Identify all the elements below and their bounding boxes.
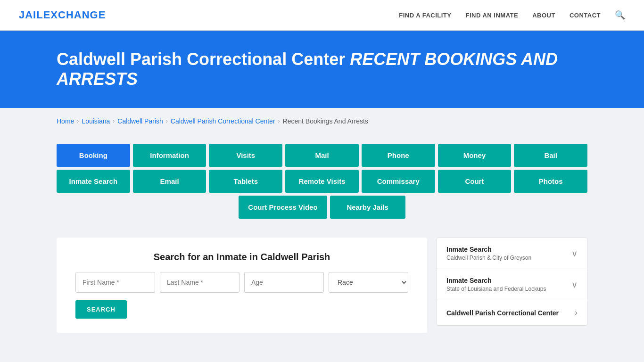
- nav-find-inmate[interactable]: FIND AN INMATE: [465, 12, 518, 19]
- sidebar-item-2[interactable]: Inmate Search State of Louisiana and Fed…: [437, 269, 587, 300]
- nav-about[interactable]: ABOUT: [532, 12, 555, 19]
- buttons-row-1: Booking Information Visits Mail Phone Mo…: [57, 144, 587, 167]
- sidebar-item-1-left: Inmate Search Caldwell Parish & City of …: [446, 246, 531, 261]
- btn-commissary[interactable]: Commissary: [362, 170, 435, 193]
- sidebar-item-2-left: Inmate Search State of Louisiana and Fed…: [446, 277, 546, 292]
- form-row-names: Race White Black Hispanic Asian Other: [75, 272, 408, 293]
- btn-money[interactable]: Money: [438, 144, 512, 167]
- race-select[interactable]: Race White Black Hispanic Asian Other: [329, 272, 408, 293]
- breadcrumb-facility[interactable]: Caldwell Parish Correctional Center: [171, 117, 275, 125]
- search-button[interactable]: SEARCH: [75, 300, 127, 319]
- btn-booking[interactable]: Booking: [57, 144, 130, 167]
- breadcrumb-home[interactable]: Home: [57, 117, 74, 125]
- logo-part1: JAIL: [19, 9, 43, 21]
- buttons-row-2: Inmate Search Email Tablets Remote Visit…: [57, 170, 587, 193]
- last-name-input[interactable]: [160, 272, 239, 293]
- logo-part2: EXCHANGE: [43, 9, 106, 21]
- btn-phone[interactable]: Phone: [362, 144, 435, 167]
- nav-buttons-section: Booking Information Visits Mail Phone Mo…: [0, 134, 644, 228]
- btn-photos[interactable]: Photos: [514, 170, 587, 193]
- search-icon[interactable]: 🔍: [615, 10, 625, 20]
- search-form-title: Search for an Inmate in Caldwell Parish: [75, 252, 408, 263]
- hero-banner: Caldwell Parish Correctional Center RECE…: [0, 31, 644, 108]
- sidebar-item-3-title: Caldwell Parish Correctional Center: [446, 309, 559, 317]
- sidebar-item-1[interactable]: Inmate Search Caldwell Parish & City of …: [437, 238, 587, 269]
- age-input[interactable]: [244, 272, 324, 293]
- btn-bail[interactable]: Bail: [514, 144, 587, 167]
- btn-email[interactable]: Email: [133, 170, 206, 193]
- btn-court[interactable]: Court: [438, 170, 512, 193]
- sidebar-item-3[interactable]: Caldwell Parish Correctional Center ›: [437, 300, 587, 325]
- sidebar-item-1-subtitle: Caldwell Parish & City of Greyson: [446, 255, 531, 261]
- buttons-row-3: Court Process Video Nearby Jails: [57, 196, 587, 219]
- main-content: Search for an Inmate in Caldwell Parish …: [0, 228, 644, 342]
- main-nav: FIND A FACILITY FIND AN INMATE ABOUT CON…: [399, 10, 625, 20]
- chevron-right-icon-3: ›: [575, 308, 578, 318]
- sidebar-item-3-left: Caldwell Parish Correctional Center: [446, 309, 559, 317]
- sidebar: Inmate Search Caldwell Parish & City of …: [437, 238, 587, 326]
- breadcrumb-sep-1: ›: [77, 118, 79, 124]
- breadcrumb-caldwell-parish[interactable]: Caldwell Parish: [117, 117, 163, 125]
- breadcrumb-sep-2: ›: [113, 118, 115, 124]
- sidebar-item-2-subtitle: State of Louisiana and Federal Lockups: [446, 286, 546, 292]
- hero-title-main: Caldwell Parish Correctional Center: [57, 49, 345, 69]
- buttons-grid: Booking Information Visits Mail Phone Mo…: [57, 144, 587, 219]
- logo[interactable]: JAILEXCHANGE: [19, 9, 106, 21]
- nav-contact[interactable]: CONTACT: [570, 12, 601, 19]
- page-title: Caldwell Parish Correctional Center RECE…: [57, 49, 587, 89]
- breadcrumb-sep-3: ›: [166, 118, 168, 124]
- btn-court-process-video[interactable]: Court Process Video: [239, 196, 327, 219]
- btn-nearby-jails[interactable]: Nearby Jails: [330, 196, 405, 219]
- header: JAILEXCHANGE FIND A FACILITY FIND AN INM…: [0, 0, 644, 31]
- btn-tablets[interactable]: Tablets: [209, 170, 282, 193]
- breadcrumb-louisiana[interactable]: Louisiana: [82, 117, 110, 125]
- btn-information[interactable]: Information: [133, 144, 206, 167]
- breadcrumb-sep-4: ›: [278, 118, 280, 124]
- btn-inmate-search[interactable]: Inmate Search: [57, 170, 130, 193]
- breadcrumb: Home › Louisiana › Caldwell Parish › Cal…: [0, 108, 644, 134]
- sidebar-item-1-title: Inmate Search: [446, 246, 531, 253]
- btn-mail[interactable]: Mail: [285, 144, 359, 167]
- breadcrumb-current: Recent Bookings And Arrests: [283, 117, 368, 125]
- nav-find-facility[interactable]: FIND A FACILITY: [399, 12, 451, 19]
- chevron-down-icon-2: ∨: [571, 280, 578, 290]
- sidebar-item-2-title: Inmate Search: [446, 277, 546, 284]
- first-name-input[interactable]: [75, 272, 155, 293]
- chevron-down-icon-1: ∨: [571, 248, 578, 259]
- btn-visits[interactable]: Visits: [209, 144, 282, 167]
- btn-remote-visits[interactable]: Remote Visits: [285, 170, 359, 193]
- search-form-card: Search for an Inmate in Caldwell Parish …: [57, 238, 427, 333]
